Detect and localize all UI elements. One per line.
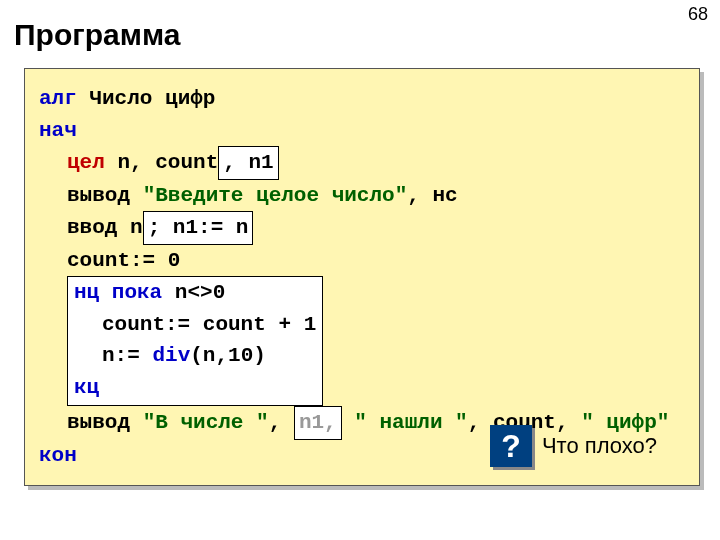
loop-block: нц пока n<>0 count:= count + 1 n:= div(n… (67, 276, 323, 406)
keyword-while: нц пока (74, 281, 162, 304)
keyword-end: кон (39, 444, 77, 467)
string-literal: "Введите целое число" (143, 184, 408, 207)
code-box: алг Число цифр нач цел n, count, n1 выво… (24, 68, 700, 486)
code-line: вывод "Введите целое число", нс (39, 180, 687, 212)
code-line: кц (74, 372, 316, 404)
text: , (269, 411, 294, 434)
page-title: Программа (0, 0, 720, 52)
var-decl: n, count (105, 151, 218, 174)
code-line: count:= 0 (39, 245, 687, 277)
alg-name: Число цифр (77, 87, 216, 110)
question-mark-icon: ? (490, 425, 532, 467)
string-literal: " нашли " (342, 411, 468, 434)
code-line: алг Число цифр (39, 83, 687, 115)
cond: n<>0 (162, 281, 225, 304)
keyword-div: div (152, 344, 190, 367)
keyword-endloop: кц (74, 376, 99, 399)
added-var-box: , n1 (218, 146, 278, 180)
output-kw: вывод (67, 411, 143, 434)
string-literal: "В числе " (143, 411, 269, 434)
code-line: нц пока n<>0 (74, 277, 316, 309)
code-line: цел n, count, n1 (39, 146, 687, 180)
question-text: Что плохо? (542, 433, 657, 459)
assign-stmt: count:= count + 1 (102, 313, 316, 336)
code-line: ввод n; n1:= n (39, 211, 687, 245)
page-number: 68 (688, 4, 708, 25)
faded-box: n1, (294, 406, 342, 440)
text: (n,10) (190, 344, 266, 367)
code-line: нач (39, 115, 687, 147)
keyword-int: цел (67, 151, 105, 174)
added-assign-box: ; n1:= n (143, 211, 254, 245)
assign-stmt: count:= 0 (67, 249, 180, 272)
text: , нс (407, 184, 457, 207)
output-kw: вывод (67, 184, 143, 207)
input-stmt: ввод n (67, 216, 143, 239)
code-line: n:= div(n,10) (74, 340, 316, 372)
keyword-alg: алг (39, 87, 77, 110)
question-callout: ? Что плохо? (490, 425, 657, 467)
code-content: алг Число цифр нач цел n, count, n1 выво… (39, 83, 687, 471)
keyword-begin: нач (39, 119, 77, 142)
code-line: count:= count + 1 (74, 309, 316, 341)
text: n:= (102, 344, 152, 367)
